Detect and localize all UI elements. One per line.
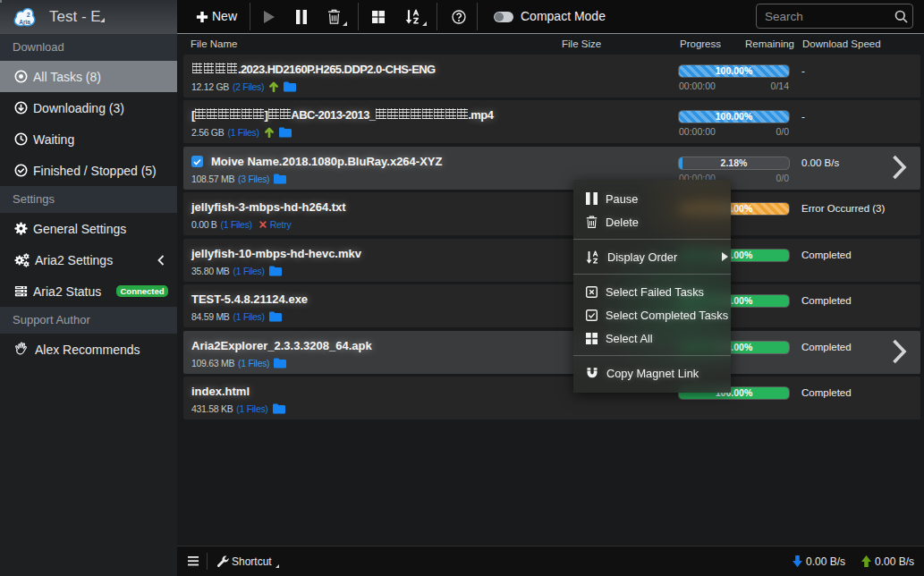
svg-text:2: 2	[27, 12, 30, 18]
svg-text:Aria: Aria	[19, 19, 30, 25]
